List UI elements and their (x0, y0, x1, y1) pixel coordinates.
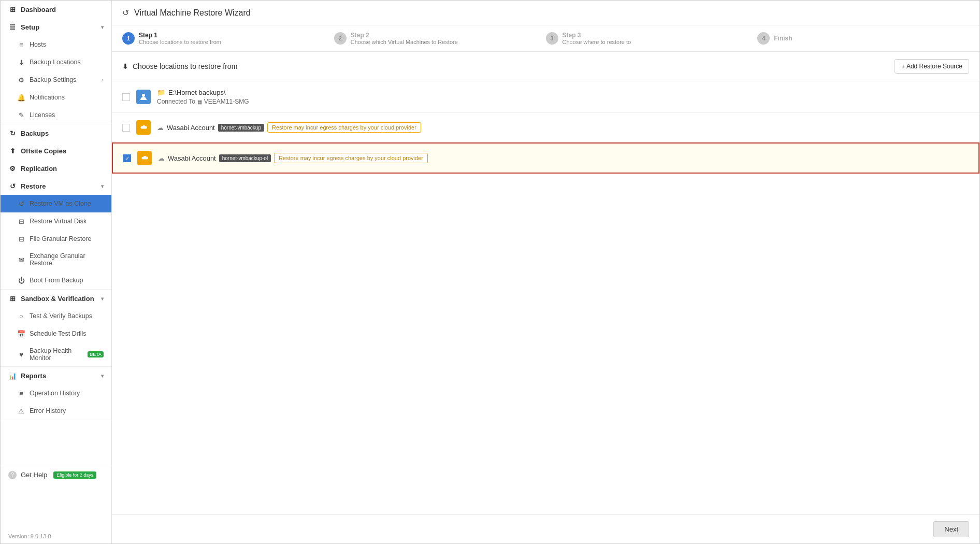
bucket-badge-2: hornet-vmbackup-ol (219, 154, 271, 162)
sidebar-item-notifications[interactable]: 🔔 Notifications (1, 89, 111, 106)
backup-list: 📁 E:\Hornet backups\ Connected To ▦ VEEA… (112, 81, 979, 174)
hosts-icon: ≡ (17, 40, 25, 49)
backup-row-local: 📁 E:\Hornet backups\ Connected To ▦ VEEA… (112, 81, 979, 113)
licenses-icon: ✎ (17, 111, 25, 119)
backup-settings-chevron: › (102, 77, 104, 83)
step-1-circle: 1 (122, 32, 135, 45)
step-3-info: Step 3 Choose where to restore to (563, 32, 631, 45)
sidebar-item-error-history[interactable]: ⚠ Error History (1, 402, 111, 420)
sidebar-item-test-verify[interactable]: ○ Test & Verify Backups (1, 307, 111, 325)
sidebar-item-backups[interactable]: ↻ Backups (1, 124, 111, 142)
sandbox-chevron: ▾ (101, 296, 104, 302)
cloud-icon-1: ☁ (157, 124, 164, 132)
section-title-bar: ⬇ Choose locations to restore from + Add… (112, 52, 979, 81)
local-source-icon (136, 90, 151, 104)
sidebar-item-offsite-copies[interactable]: ⬆ Offsite Copies (1, 142, 111, 160)
backup-checkbox-wasabi2[interactable]: ✓ (123, 154, 131, 162)
setup-chevron: ▾ (101, 24, 104, 30)
sidebar-item-backup-settings[interactable]: ⚙ Backup Settings › (1, 71, 111, 89)
sidebar-item-dashboard[interactable]: ⊞ Dashboard (1, 1, 111, 18)
version-text: Version: 9.0.13.0 (1, 529, 111, 543)
sidebar-item-licenses[interactable]: ✎ Licenses (1, 106, 111, 124)
get-help-icon: ? (8, 471, 17, 479)
notifications-icon: 🔔 (17, 93, 25, 102)
wizard-header: ↺ Virtual Machine Restore Wizard (112, 1, 979, 25)
backup-path-wasabi2: ☁ Wasabi Account hornet-vmbackup-ol Rest… (158, 153, 428, 163)
step-1-desc: Choose locations to restore from (139, 39, 221, 45)
add-restore-source-button[interactable]: + Add Restore Source (895, 59, 969, 74)
backup-health-icon: ♥ (17, 350, 25, 359)
server-icon-local: ▦ (197, 99, 202, 105)
steps-bar: 1 Step 1 Choose locations to restore fro… (112, 25, 979, 52)
sidebar-item-operation-history[interactable]: ≡ Operation History (1, 384, 111, 402)
cloud-source-icon-1 (136, 120, 151, 135)
sidebar-item-hosts[interactable]: ≡ Hosts (1, 36, 111, 53)
sidebar-item-file-granular-restore[interactable]: ⊟ File Granular Restore (1, 230, 111, 248)
eligible-badge: Eligible for 2 days (53, 471, 96, 479)
restore-chevron: ▾ (101, 183, 104, 189)
backups-icon: ↻ (8, 129, 17, 137)
dashboard-icon: ⊞ (8, 5, 17, 13)
step-2: 2 Step 2 Choose which Virtual Machines t… (334, 25, 546, 51)
sidebar-item-get-help[interactable]: ? Get Help Eligible for 2 days (1, 466, 111, 484)
step-finish-circle: 4 (757, 32, 770, 45)
test-verify-icon: ○ (17, 312, 25, 320)
sidebar-item-restore[interactable]: ↺ Restore ▾ (1, 177, 111, 195)
sidebar-item-exchange-granular-restore[interactable]: ✉ Exchange Granular Restore (1, 248, 111, 271)
sidebar-item-restore-vm-clone[interactable]: ↺ Restore VM as Clone (1, 195, 111, 212)
offsite-copies-icon: ⬆ (8, 147, 17, 155)
next-button[interactable]: Next (933, 521, 969, 537)
setup-icon: ☰ (8, 23, 17, 31)
restore-virtual-disk-icon: ⊟ (17, 217, 25, 225)
step-1-label: Step 1 (139, 32, 221, 39)
reports-section: 📊 Reports ▾ ≡ Operation History ⚠ Error … (1, 367, 111, 420)
svg-point-0 (142, 94, 145, 97)
egress-warning-2: Restore may incur egress charges by your… (274, 153, 428, 163)
replication-icon: ⚙ (8, 164, 17, 173)
step-3-label: Step 3 (563, 32, 631, 39)
step-finish-info: Finish (774, 35, 792, 42)
step-3-desc: Choose where to restore to (563, 39, 631, 45)
boot-from-backup-icon: ⏻ (17, 276, 25, 284)
sidebar-item-restore-virtual-disk[interactable]: ⊟ Restore Virtual Disk (1, 212, 111, 230)
content-area: ⬇ Choose locations to restore from + Add… (112, 52, 979, 514)
sidebar-item-boot-from-backup[interactable]: ⏻ Boot From Backup (1, 271, 111, 289)
wizard-restore-icon: ↺ (122, 8, 129, 18)
cloud-icon-2: ☁ (158, 154, 165, 162)
backup-locations-icon: ⬇ (17, 58, 25, 66)
sandbox-icon: ⊞ (8, 294, 17, 303)
step-finish-label: Finish (774, 35, 792, 42)
sidebar-item-setup[interactable]: ☰ Setup ▾ (1, 18, 111, 36)
sidebar-item-sandbox[interactable]: ⊞ Sandbox & Verification ▾ (1, 290, 111, 307)
sidebar-item-reports[interactable]: 📊 Reports ▾ (1, 367, 111, 384)
backup-path-wasabi1: ☁ Wasabi Account hornet-vmbackup Restore… (157, 122, 421, 133)
backup-checkbox-local[interactable] (122, 93, 130, 101)
sidebar-item-replication[interactable]: ⚙ Replication (1, 160, 111, 177)
schedule-test-icon: 📅 (17, 330, 25, 338)
backup-info-wasabi1: ☁ Wasabi Account hornet-vmbackup Restore… (157, 122, 421, 133)
wizard-footer: Next (112, 514, 979, 543)
backup-settings-icon: ⚙ (17, 76, 25, 84)
beta-badge: BETA (88, 351, 104, 357)
step-2-desc: Choose which Virtual Machines to Restore (351, 39, 458, 45)
sidebar-item-backup-health[interactable]: ♥ Backup Health Monitor BETA (1, 342, 111, 366)
backup-row-wasabi1: ☁ Wasabi Account hornet-vmbackup Restore… (112, 113, 979, 142)
reports-icon: 📊 (8, 371, 17, 380)
setup-section: ☰ Setup ▾ ≡ Hosts ⬇ Backup Locations ⚙ B… (1, 18, 111, 124)
step-2-info: Step 2 Choose which Virtual Machines to … (351, 32, 458, 45)
step-2-circle: 2 (334, 32, 347, 45)
backup-info-wasabi2: ☁ Wasabi Account hornet-vmbackup-ol Rest… (158, 153, 428, 163)
backup-checkbox-wasabi1[interactable] (122, 124, 130, 132)
sidebar-item-backup-locations[interactable]: ⬇ Backup Locations (1, 53, 111, 71)
step-1-info: Step 1 Choose locations to restore from (139, 32, 221, 45)
restore-vm-clone-icon: ↺ (17, 199, 25, 208)
sidebar-item-schedule-test[interactable]: 📅 Schedule Test Drills (1, 325, 111, 342)
sandbox-section: ⊞ Sandbox & Verification ▾ ○ Test & Veri… (1, 290, 111, 367)
restore-section-icon: ↺ (8, 182, 17, 190)
folder-icon-local: 📁 (157, 89, 165, 96)
backup-row-wasabi2: ✓ ☁ Wasabi Account hornet-vmbackup-ol Re… (112, 142, 979, 174)
operation-history-icon: ≡ (17, 389, 25, 397)
section-title: ⬇ Choose locations to restore from (122, 62, 237, 70)
backup-path-local: 📁 E:\Hornet backups\ (157, 89, 249, 96)
backup-connected-local: Connected To ▦ VEEAM11-SMG (157, 98, 249, 105)
